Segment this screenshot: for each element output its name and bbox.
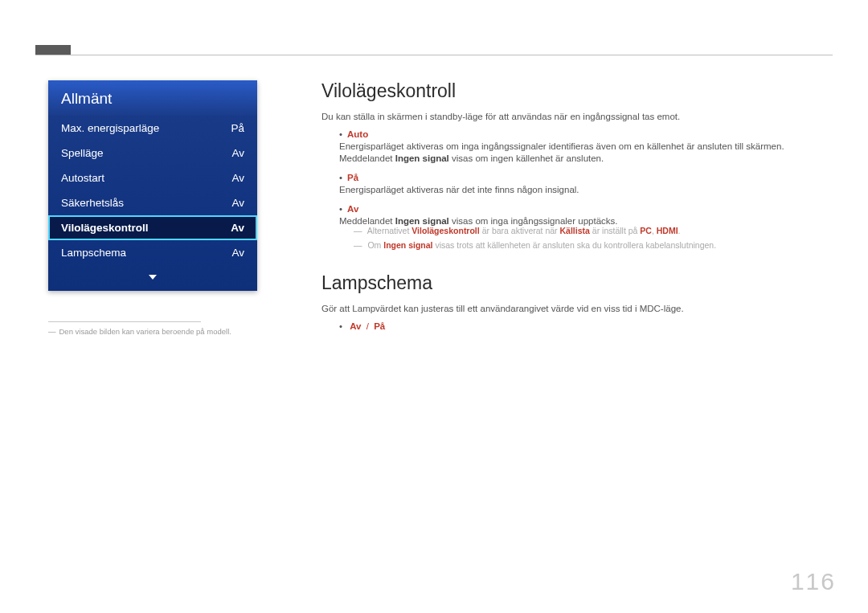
- bullet-dot-icon: •: [339, 204, 342, 214]
- osd-menu-column: Allmänt Max. energisparläge På Spelläge …: [48, 80, 257, 336]
- bullet-body: Meddelandet Ingen signal visas om inga i…: [339, 216, 833, 226]
- bullet-key: På: [347, 173, 358, 182]
- footnote-rule: [48, 321, 201, 322]
- note-line: ― Alternativet Vilolägeskontroll är bara…: [354, 226, 833, 235]
- osd-item-value: Av: [231, 247, 244, 259]
- footnote: ―Den visade bilden kan variera beroende …: [48, 327, 257, 336]
- content-area: Allmänt Max. energisparläge På Spelläge …: [48, 80, 833, 336]
- bullet-body: Energisparläget aktiveras när det inte f…: [339, 185, 833, 194]
- osd-item-value: Av: [231, 147, 244, 159]
- bullet-dot-icon: •: [339, 173, 342, 182]
- dash-icon: ―: [354, 240, 362, 250]
- bullet-auto: •Auto Energisparläget aktiveras om inga …: [339, 129, 833, 163]
- bullet-av: •Av Meddelandet Ingen signal visas om in…: [339, 204, 833, 250]
- option-line: • Av / På: [339, 321, 833, 331]
- bullet-head: •Auto: [339, 129, 833, 139]
- text-column: Vilolägeskontroll Du kan ställa in skärm…: [321, 80, 833, 336]
- bullet-dot-icon: •: [339, 321, 342, 331]
- option-sep: /: [366, 321, 369, 331]
- footnote-text: Den visade bilden kan variera beroende p…: [59, 327, 231, 336]
- section-lampschema: Lampschema Gör att Lampvärdet kan juster…: [321, 272, 833, 331]
- osd-item-label: Lampschema: [61, 247, 126, 259]
- section-heading-lampschema: Lampschema: [321, 272, 833, 294]
- bold-term: Ingen signal: [395, 153, 449, 163]
- bullet-pa: •På Energisparläget aktiveras när det in…: [339, 173, 833, 194]
- bullet-list: •Auto Energisparläget aktiveras om inga …: [339, 129, 833, 250]
- osd-item-label: Spelläge: [61, 147, 104, 159]
- bullet-dot-icon: •: [339, 129, 342, 139]
- osd-item-vilolageskontroll[interactable]: Vilolägeskontroll Av: [48, 215, 257, 240]
- osd-item-max-energisparlage[interactable]: Max. energisparläge På: [48, 116, 257, 141]
- osd-item-spellage[interactable]: Spelläge Av: [48, 141, 257, 166]
- option-pa: På: [374, 321, 385, 331]
- header-rule: [35, 55, 833, 55]
- section-intro: Du kan ställa in skärmen i standby-läge …: [321, 112, 833, 121]
- bullet-body: Energisparläget aktiveras om inga ingång…: [339, 141, 833, 151]
- header-tab: [35, 45, 71, 55]
- osd-menu: Allmänt Max. energisparläge På Spelläge …: [48, 80, 257, 291]
- osd-item-value: Av: [231, 222, 244, 234]
- bullet-key: Av: [347, 204, 358, 214]
- osd-item-sakerhetslas[interactable]: Säkerhetslås Av: [48, 190, 257, 215]
- bullet-key: Auto: [347, 129, 368, 139]
- dash-icon: ―: [48, 327, 56, 336]
- bullet-body: Meddelandet Ingen signal visas om ingen …: [339, 153, 833, 163]
- dash-icon: ―: [354, 226, 362, 235]
- osd-item-label: Max. energisparläge: [61, 122, 159, 134]
- bold-term: Ingen signal: [395, 216, 449, 226]
- osd-scroll-down[interactable]: [48, 265, 257, 291]
- section-heading-vilolageskontroll: Vilolägeskontroll: [321, 80, 833, 102]
- osd-item-value: På: [231, 122, 244, 134]
- osd-item-autostart[interactable]: Autostart Av: [48, 166, 257, 190]
- osd-item-label: Säkerhetslås: [61, 197, 124, 209]
- option-av: Av: [350, 321, 361, 331]
- osd-item-value: Av: [231, 172, 244, 184]
- osd-item-label: Autostart: [61, 172, 104, 184]
- chevron-down-icon: [149, 275, 157, 280]
- osd-item-lampschema[interactable]: Lampschema Av: [48, 240, 257, 265]
- osd-item-label: Vilolägeskontroll: [61, 222, 149, 234]
- bullet-head: •På: [339, 173, 833, 182]
- note-line: ― Om Ingen signal visas trots att källen…: [354, 240, 833, 250]
- section-intro: Gör att Lampvärdet kan justeras till ett…: [321, 304, 833, 313]
- osd-menu-title: Allmänt: [48, 80, 257, 116]
- bullet-head: •Av: [339, 204, 833, 214]
- page-number: 116: [791, 568, 836, 595]
- osd-item-value: Av: [231, 197, 244, 209]
